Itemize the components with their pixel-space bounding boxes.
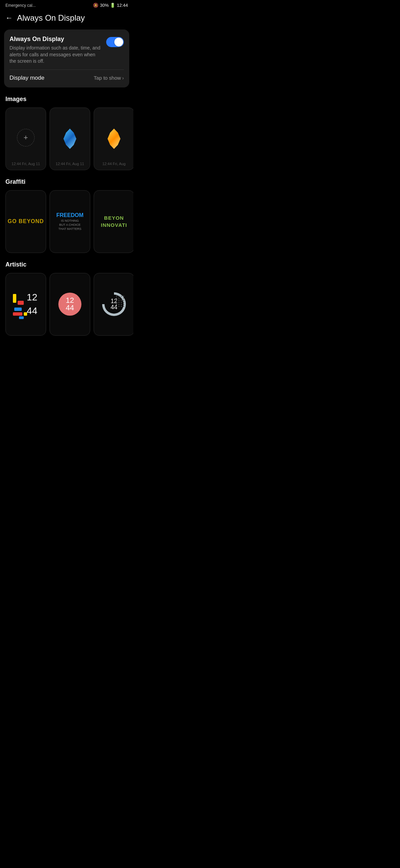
network-icon: 🔕 [93,3,98,8]
artistic-section-label: Artistic [0,261,133,273]
card-time-blue: 12:44 Fri, Aug 11 [56,162,84,166]
graffiti-card-beyond[interactable]: BEYONINNOVATI [94,190,133,253]
artistic-card-circle[interactable]: 12 44 [50,273,90,336]
dots-pattern [116,296,125,307]
graffiti-scroll[interactable]: GO BEYOND FREEDOM IS NOTHINGBUT A CHOICE… [0,190,133,261]
block-red-2 [13,312,22,316]
plus-icon: + [24,133,28,142]
card-time-gold: 12:44 Fri, Aug [102,162,126,166]
add-image-card[interactable]: + 12:44 Fri, Aug 11 [5,107,46,170]
status-bar: Emergency cal... 🔕 30% 🔋 12:44 [0,0,133,9]
graffiti-card-freedom[interactable]: FREEDOM IS NOTHINGBUT A CHOICETHAT MATTE… [50,190,90,253]
art1-blocks: 12 44 [12,291,39,318]
time-display: 12:44 [117,3,128,8]
add-circle: + [17,129,35,146]
artistic-card-blocks[interactable]: 12 44 [5,273,46,336]
graffiti-card-gobeyond[interactable]: GO BEYOND [5,190,46,253]
aod-title: Always On Display [9,36,102,43]
chevron-right-icon: › [122,75,124,81]
block-yellow [13,294,16,303]
aod-toggle-row: Always On Display Display information su… [9,36,124,65]
block-red-1 [18,301,24,305]
graffiti-section-label: Graffiti [0,178,133,190]
art1-content: 12 44 [6,273,46,335]
artistic-scroll[interactable]: 12 44 12 44 12 44 [0,273,133,344]
art1-hour: 12 [27,292,37,303]
freedom-main: FREEDOM [56,212,83,218]
freedom-text: FREEDOM IS NOTHINGBUT A CHOICETHAT MATTE… [56,212,83,231]
block-blue-2 [19,316,24,319]
art2-hour: 12 [66,297,74,304]
images-section-label: Images [0,96,133,107]
tap-to-show[interactable]: Tap to show › [94,75,124,81]
image-card-gold[interactable]: 12:44 Fri, Aug [94,107,133,170]
art2-min: 44 [66,304,74,312]
status-right: 🔕 30% 🔋 12:44 [93,3,128,8]
block-blue-1 [14,308,22,311]
back-button[interactable]: ← [5,14,13,22]
header: ← Always On Display [0,9,133,29]
artistic-card-ring[interactable]: 12 44 [94,273,133,336]
page-title: Always On Display [17,13,85,23]
tap-to-show-text: Tap to show [94,75,121,81]
display-mode-row[interactable]: Display mode Tap to show › [9,75,124,81]
battery-icon: 🔋 [110,3,115,8]
aod-toggle[interactable] [106,37,124,47]
display-mode-label: Display mode [9,75,44,81]
divider [9,70,124,70]
blue-shape [63,129,76,149]
art1-min: 44 [27,305,37,316]
go-beyond-text: GO BEYOND [8,218,44,224]
card-time-add: 12:44 Fri, Aug 11 [12,162,40,166]
status-left: Emergency cal... [5,3,36,8]
art3-wrapper: 12 44 [102,292,126,316]
beyond-text: BEYONINNOVATI [98,214,130,229]
aod-description: Display information such as date, time, … [9,45,102,65]
settings-card: Always On Display Display information su… [4,29,129,87]
art2-circle: 12 44 [58,293,81,316]
images-scroll[interactable]: + 12:44 Fri, Aug 11 12:44 Fri, Aug 11 12… [0,107,133,178]
image-card-blue[interactable]: 12:44 Fri, Aug 11 [50,107,90,170]
gold-shape [108,129,120,149]
freedom-sub: IS NOTHINGBUT A CHOICETHAT MATTERS [56,219,83,231]
aod-text-block: Always On Display Display information su… [9,36,106,65]
battery-percent: 30% [100,3,109,8]
toggle-thumb [114,38,123,46]
